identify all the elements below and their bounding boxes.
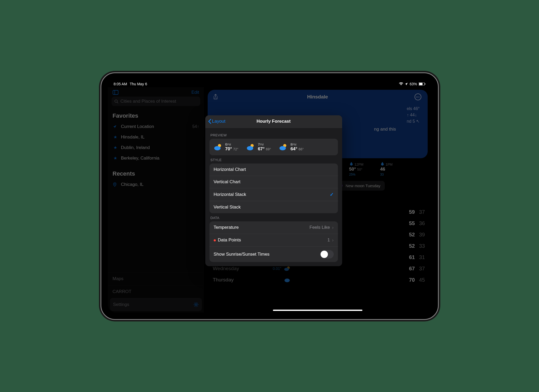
- style-vertical-stack[interactable]: Vertical Stack: [209, 201, 338, 213]
- svg-point-22: [214, 146, 221, 150]
- preview-container: 6PM 70° 72° 7PM 67° 69° 8PM 64° 66°: [209, 139, 338, 155]
- location-arrow-icon: [113, 125, 118, 129]
- sidebar-item-berkeley[interactable]: ★ Berkeley, California: [108, 153, 204, 163]
- pin-icon: [113, 182, 118, 187]
- recents-list: Chicago, IL: [108, 179, 204, 190]
- preview-hour: 7PM 67° 69°: [246, 142, 271, 152]
- favorites-header: Favorites: [108, 110, 204, 121]
- svg-line-14: [197, 306, 198, 306]
- data-points-row[interactable]: Data Points 1 ›: [209, 234, 338, 247]
- svg-line-15: [197, 303, 198, 303]
- sidebar-item-label: Berkeley, California: [121, 156, 159, 161]
- gear-icon: [193, 302, 199, 307]
- search-icon: [114, 99, 118, 103]
- status-bar: 8:05 AM Thu May 6 63%: [108, 80, 431, 87]
- moon-pill[interactable]: New moon Tuesday: [335, 181, 385, 191]
- style-label: STYLE: [209, 155, 338, 163]
- style-horizontal-stack[interactable]: Horizontal Stack ✓: [209, 188, 338, 201]
- raindrop-icon: [349, 161, 353, 166]
- preview-label: PREVIEW: [209, 131, 338, 139]
- sidebar-item-dublin[interactable]: ★ Dublin, Ireland: [108, 142, 204, 153]
- sidebar-item-label: Dublin, Ireland: [121, 145, 150, 150]
- preview-hour: 6PM 70° 72°: [214, 142, 238, 152]
- home-indicator[interactable]: [273, 310, 362, 311]
- svg-line-6: [117, 102, 118, 103]
- svg-point-20: [285, 279, 290, 282]
- hourly-forecast-popover: Layout Hourly Forecast PREVIEW 6PM 70° 7…: [205, 115, 342, 266]
- preview-hour: 8PM 64° 66°: [279, 142, 304, 152]
- hour-item[interactable]: 12PM 50° 50° 25%: [349, 161, 376, 177]
- temperature-row[interactable]: Temperature Feels Like ›: [209, 221, 338, 234]
- sidebar-item-label: Hinsdale, IL: [121, 135, 145, 140]
- location-title: Hinsdale: [221, 94, 415, 100]
- status-date: Thu May 6: [130, 82, 147, 86]
- hour-item[interactable]: 1PM 46 33: [380, 161, 407, 177]
- search-placeholder: Cities and Places of Interest: [121, 99, 176, 104]
- sidebar-item-current-location[interactable]: Current Location 54↑: [108, 121, 204, 132]
- checkmark-icon: ✓: [330, 192, 334, 197]
- style-vertical-chart[interactable]: Vertical Chart: [209, 176, 338, 188]
- ipad-frame: 8:05 AM Thu May 6 63% Edit: [101, 72, 439, 320]
- recents-header: Recents: [108, 168, 204, 179]
- partly-cloudy-icon: [284, 266, 292, 271]
- tab-settings[interactable]: Settings: [110, 298, 202, 311]
- sidebar-item-label: Chicago, IL: [121, 182, 144, 187]
- star-icon: ★: [113, 156, 118, 161]
- conditions-summary: els 46° ↑ 44↓ nd 5 ↖: [407, 106, 420, 125]
- favorites-list: Current Location 54↑ ★ Hinsdale, IL ★ Du…: [108, 121, 204, 163]
- star-icon: ★: [113, 145, 118, 150]
- indicator-dot-icon: [214, 239, 216, 241]
- tab-label: Maps: [113, 276, 124, 281]
- tab-label: Settings: [113, 302, 129, 307]
- edit-button[interactable]: Edit: [191, 90, 199, 95]
- status-time: 8:05 AM: [114, 82, 127, 86]
- svg-point-8: [195, 304, 197, 305]
- partly-cloudy-icon: [279, 142, 288, 151]
- cloudy-icon: [284, 277, 292, 282]
- raindrop-icon: [380, 161, 385, 166]
- popover-title: Hourly Forecast: [205, 119, 342, 124]
- chevron-left-icon: [208, 119, 212, 124]
- wifi-icon: [399, 82, 403, 86]
- battery-icon: [419, 82, 426, 86]
- svg-rect-1: [419, 83, 422, 85]
- sunrise-toggle[interactable]: [320, 250, 334, 259]
- back-button[interactable]: Layout: [205, 119, 226, 124]
- sidebar-item-chicago[interactable]: Chicago, IL: [108, 179, 204, 190]
- sidebar-toggle-icon[interactable]: [113, 90, 118, 95]
- tab-label: CARROT: [113, 289, 132, 294]
- sunrise-sunset-row: Show Sunrise/Sunset Times: [209, 247, 338, 262]
- day-row[interactable]: Wednesday 0.01" 6737: [213, 266, 428, 272]
- location-icon: [405, 82, 408, 86]
- svg-line-16: [194, 306, 195, 306]
- tab-maps[interactable]: Maps: [108, 272, 204, 285]
- share-icon[interactable]: [213, 94, 221, 100]
- tab-carrot[interactable]: CARROT: [108, 285, 204, 298]
- svg-line-13: [194, 303, 195, 303]
- svg-rect-2: [425, 83, 425, 85]
- svg-rect-3: [113, 90, 118, 95]
- sidebar-item-hinsdale[interactable]: ★ Hinsdale, IL: [108, 132, 204, 142]
- search-input[interactable]: Cities and Places of Interest: [112, 97, 200, 106]
- chevron-right-icon: ›: [332, 237, 334, 243]
- day-row[interactable]: Thursday 7045: [213, 277, 428, 283]
- style-horizontal-chart[interactable]: Horizontal Chart: [209, 163, 338, 176]
- more-icon[interactable]: •••: [415, 93, 422, 100]
- conditions-description: ng and this: [374, 127, 396, 132]
- svg-point-5: [115, 100, 117, 102]
- sidebar-item-meta: 54↑: [192, 124, 199, 129]
- svg-point-24: [247, 146, 253, 150]
- battery-text: 63%: [410, 82, 417, 86]
- partly-cloudy-icon: [214, 142, 223, 151]
- svg-point-19: [284, 268, 289, 271]
- sidebar: Edit Cities and Places of Interest Favor…: [108, 87, 204, 312]
- star-icon: ★: [113, 135, 118, 140]
- svg-point-26: [280, 146, 286, 150]
- chevron-right-icon: ›: [332, 225, 334, 230]
- style-options: Horizontal Chart Vertical Chart Horizont…: [209, 163, 338, 213]
- popover-navbar: Layout Hourly Forecast: [205, 115, 342, 128]
- partly-cloudy-icon: [246, 142, 255, 151]
- screen: 8:05 AM Thu May 6 63% Edit: [108, 80, 431, 312]
- sidebar-item-label: Current Location: [121, 124, 154, 129]
- data-label: DATA: [209, 213, 338, 221]
